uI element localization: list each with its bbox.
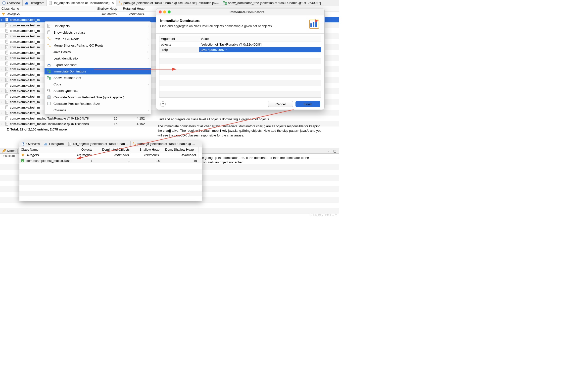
panel2-blank — [19, 163, 202, 201]
tab-list-objects[interactable]: list_objects [selection of 'TaskRunable'… — [47, 0, 116, 6]
pencil-icon — [2, 149, 6, 153]
col-class[interactable]: Class Name — [0, 6, 94, 11]
cancel-button[interactable]: Cancel — [268, 101, 293, 107]
expand-icon[interactable]: › — [1, 111, 4, 114]
filter-regex[interactable]: <Regex> — [7, 12, 20, 16]
menu-calculate-minimum-retained-size-quick-approx[interactable]: Calculate Minimum Retained Size (quick a… — [45, 94, 151, 100]
dialog-titlebar: Immediate Dominators — [156, 8, 324, 15]
help-button[interactable]: ? — [160, 101, 166, 107]
menu-merge-shortest-paths-to-gc-roots[interactable]: Merge Shortest Paths to GC Roots› — [45, 42, 151, 49]
arg-value[interactable]: java.*|com\.sun\..* — [199, 47, 321, 52]
dialog-heading: Immediate Dominators — [160, 18, 305, 23]
expand-icon[interactable]: › — [1, 24, 4, 27]
expand-icon[interactable]: › — [1, 106, 4, 109]
tab-histogram[interactable]: Histogram — [42, 141, 66, 147]
menu-leak-identification[interactable]: Leak Identification› — [45, 55, 151, 62]
expand-icon[interactable]: › — [1, 35, 4, 38]
cell-class: com.example.test_m — [10, 45, 40, 49]
cell-class: com.example.test_m — [10, 18, 40, 22]
object-icon — [5, 56, 9, 60]
header-label: Shallow Heap — [97, 7, 117, 10]
tab-label: path2gc [selection of 'TaskRunable @ 0x1… — [123, 1, 219, 5]
tab-path2gc[interactable]: path2gc [selection of 'TaskRunable @ 0x1… — [116, 0, 221, 6]
window-minimize-icon[interactable] — [163, 10, 166, 13]
expand-icon[interactable]: › — [1, 67, 4, 70]
menu-calculate-precise-retained-size[interactable]: Calculate Precise Retained Size — [45, 100, 151, 107]
tab-label: show_dominator_tree [selection of 'TaskR… — [228, 1, 321, 5]
dialog-banner: Immediate Dominators Find and aggregate … — [156, 15, 324, 34]
expand-icon[interactable]: › — [1, 51, 4, 54]
expand-icon[interactable]: › — [1, 40, 4, 43]
menu-show-retained-set[interactable]: Show Retained Set — [45, 74, 151, 81]
tab-dominator-tree[interactable]: show_dominator_tree [selection of 'TaskR… — [221, 0, 323, 6]
watermark: CSDN @安仔都有人用 — [310, 213, 337, 217]
object-icon — [5, 122, 9, 126]
expand-icon[interactable]: › — [1, 95, 4, 98]
expand-icon[interactable]: › — [1, 57, 4, 60]
menu-java-basics[interactable]: Java Basics› — [45, 49, 151, 55]
window-close-icon[interactable] — [159, 10, 162, 13]
filter-numeric[interactable]: <Numeric> — [129, 12, 145, 16]
expand-icon[interactable]: › — [1, 29, 4, 32]
expand-icon[interactable]: › — [1, 89, 4, 92]
tab-overview[interactable]: Overview — [19, 141, 42, 147]
minimize-icon[interactable]: ▭ — [328, 149, 332, 153]
expand-icon[interactable]: › — [1, 117, 4, 120]
cell-class: com.example.test_m — [10, 34, 40, 38]
menu-path-to-gc-roots[interactable]: Path To GC Roots› — [45, 36, 151, 42]
col-class[interactable]: Class Name — [19, 147, 74, 152]
expand-icon[interactable]: ▸ — [1, 18, 4, 21]
arg-col-value[interactable]: Value — [199, 36, 321, 42]
menu-list-objects[interactable]: List objects› — [45, 23, 151, 29]
header-label: Retained Heap — [123, 7, 145, 10]
expand-icon[interactable]: › — [1, 73, 4, 76]
cell-class: com.example.test_m — [10, 29, 40, 33]
arg-name: objects — [159, 42, 199, 47]
cell-class: com.example.test_malloc.Task — [26, 159, 70, 163]
menu-search-queries[interactable]: Search Queries... — [45, 87, 151, 94]
submenu-icon: › — [147, 82, 148, 86]
tab-label: Histogram — [30, 1, 44, 5]
col-retained[interactable]: Retained Heap — [119, 6, 146, 11]
filter-regex[interactable]: <Regex> — [26, 153, 40, 157]
cell-class: com.example.test_m — [10, 51, 40, 55]
sigma-icon: Σ — [7, 127, 9, 131]
cell-class: com.example.test_m — [10, 56, 40, 60]
arg-col-argument[interactable]: Argument — [159, 36, 199, 42]
menu-icon — [47, 37, 51, 41]
filter-icon — [21, 153, 25, 157]
finish-button[interactable]: Finish — [295, 101, 320, 107]
arg-row[interactable]: objects[selection of 'TaskRunable @ 0x12… — [159, 42, 321, 47]
menu-icon — [47, 89, 51, 93]
object-icon — [5, 40, 9, 44]
header-label: Class Name — [21, 148, 39, 151]
expand-icon[interactable]: › — [1, 62, 4, 65]
object-icon — [5, 105, 9, 109]
notes-tab[interactable]: Notes — [0, 149, 18, 153]
tab-overview[interactable]: Overview — [0, 0, 23, 6]
expand-icon[interactable]: › — [1, 78, 4, 81]
col-shallow[interactable]: Shallow Heap — [94, 6, 119, 11]
object-icon — [5, 45, 9, 49]
expand-icon[interactable]: › — [1, 100, 4, 103]
object-icon — [5, 100, 9, 104]
arg-row[interactable]: -skipjava.*|com\.sun\..* — [159, 47, 321, 52]
filter-numeric[interactable]: <Numeric> — [101, 12, 117, 16]
window-zoom-icon[interactable] — [168, 10, 171, 13]
cell-class: com.example.test_m — [10, 84, 40, 87]
expand-icon[interactable]: › — [1, 122, 4, 125]
path-icon — [118, 1, 122, 5]
tab-label: Histogram — [49, 142, 64, 146]
submenu-icon: › — [147, 50, 148, 54]
arg-value[interactable]: [selection of 'TaskRunable @ 0x12c400f8'… — [199, 42, 321, 47]
menu-show-objects-by-class[interactable]: Show objects by class› — [45, 29, 151, 36]
menu-label: Show Retained Set — [53, 76, 81, 80]
menu-copy[interactable]: Copy› — [45, 81, 151, 87]
expand-icon[interactable]: › — [1, 46, 4, 49]
expand-icon[interactable]: › — [1, 84, 4, 87]
tab-histogram[interactable]: Histogram — [23, 0, 47, 6]
close-icon[interactable]: ✕ — [111, 1, 114, 5]
maximize-icon[interactable]: ▢ — [333, 149, 337, 153]
cell-class: com.example.test_m — [10, 95, 40, 98]
object-icon — [5, 116, 9, 120]
